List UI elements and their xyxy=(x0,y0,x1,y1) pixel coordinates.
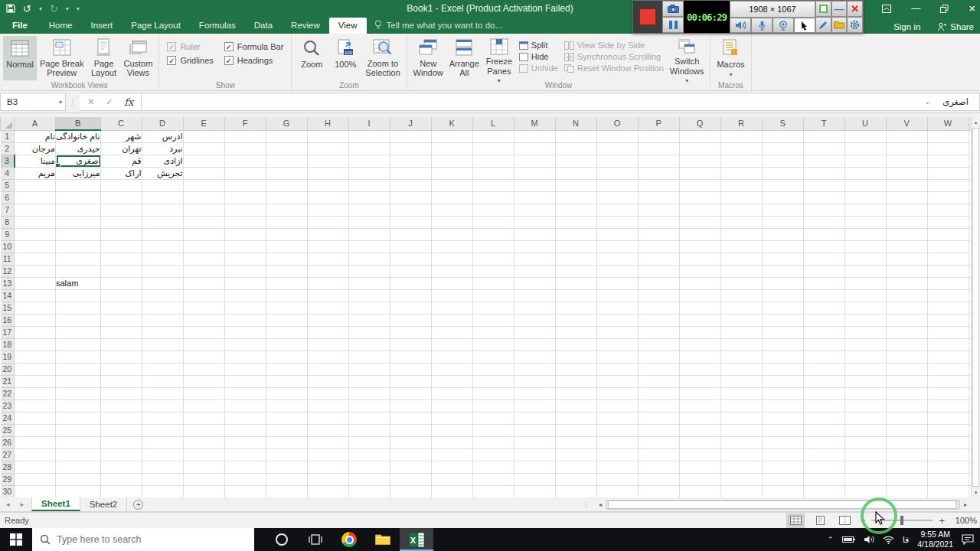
cell-T20[interactable] xyxy=(803,363,844,375)
cell-K8[interactable] xyxy=(431,216,472,228)
cell-N21[interactable] xyxy=(555,375,596,387)
cell-I15[interactable] xyxy=(348,302,390,314)
cell-N7[interactable] xyxy=(555,204,596,216)
cell-P3[interactable] xyxy=(638,155,679,167)
scroll-up-icon[interactable]: ▴ xyxy=(972,117,980,127)
cell-F22[interactable] xyxy=(224,387,266,399)
cell-I26[interactable] xyxy=(348,436,390,448)
cell-P20[interactable] xyxy=(638,363,679,375)
cell-V3[interactable] xyxy=(886,155,927,167)
cell-B11[interactable] xyxy=(56,253,101,265)
undo-icon[interactable]: ↺ xyxy=(23,3,31,15)
cell-T3[interactable] xyxy=(803,155,844,167)
cell-V2[interactable] xyxy=(886,142,927,155)
cell-G9[interactable] xyxy=(266,228,307,240)
save-icon[interactable] xyxy=(6,4,15,13)
cell-L26[interactable] xyxy=(472,436,514,448)
record-stop-button[interactable] xyxy=(633,1,662,33)
tab-home[interactable]: Home xyxy=(40,18,82,34)
cell-R12[interactable] xyxy=(720,265,762,277)
cell-C12[interactable] xyxy=(100,265,142,277)
cell-R22[interactable] xyxy=(720,387,762,399)
cell-K18[interactable] xyxy=(431,338,472,350)
cell-G16[interactable] xyxy=(266,314,307,326)
cell-B18[interactable] xyxy=(56,338,101,350)
row-header-4[interactable]: 4 xyxy=(1,167,15,179)
cell-B5[interactable] xyxy=(56,179,101,191)
cell-R18[interactable] xyxy=(720,338,762,350)
cell-V5[interactable] xyxy=(886,179,927,191)
cell-T9[interactable] xyxy=(803,228,844,240)
row-header-16[interactable]: 16 xyxy=(1,314,15,326)
cell-P15[interactable] xyxy=(638,302,679,314)
cell-E17[interactable] xyxy=(183,326,224,338)
cell-A25[interactable] xyxy=(15,424,56,436)
cell-R17[interactable] xyxy=(720,326,762,338)
cell-C20[interactable] xyxy=(100,363,142,375)
cell-W16[interactable] xyxy=(927,314,969,326)
cell-A2[interactable]: مرجان xyxy=(15,142,56,155)
cell-A23[interactable] xyxy=(15,399,56,412)
cell-F26[interactable] xyxy=(224,436,266,448)
cell-G21[interactable] xyxy=(266,375,307,387)
cell-C22[interactable] xyxy=(100,387,142,399)
cell-U11[interactable] xyxy=(844,253,886,265)
cell-U13[interactable] xyxy=(844,277,886,289)
cell-N1[interactable] xyxy=(555,130,596,142)
cell-O9[interactable] xyxy=(596,228,638,240)
cell-A11[interactable] xyxy=(15,253,56,265)
cell-H4[interactable] xyxy=(307,167,348,179)
cell-G26[interactable] xyxy=(266,436,307,448)
cell-M27[interactable] xyxy=(514,448,555,461)
cell-L24[interactable] xyxy=(472,412,514,424)
cell-W25[interactable] xyxy=(927,424,969,436)
cell-N12[interactable] xyxy=(555,265,596,277)
cell-R20[interactable] xyxy=(720,363,762,375)
cell-R3[interactable] xyxy=(720,155,762,167)
tab-page-layout[interactable]: Page Layout xyxy=(122,18,190,34)
cell-O3[interactable] xyxy=(596,155,638,167)
row-header-19[interactable]: 19 xyxy=(1,350,15,363)
row-header-25[interactable]: 25 xyxy=(1,424,15,436)
cell-E7[interactable] xyxy=(183,204,224,216)
cell-S10[interactable] xyxy=(762,240,803,253)
cell-W2[interactable] xyxy=(927,142,969,155)
cell-V30[interactable] xyxy=(886,485,927,497)
cell-G14[interactable] xyxy=(266,289,307,302)
cell-J2[interactable] xyxy=(390,142,431,155)
cell-E15[interactable] xyxy=(183,302,224,314)
switch-windows-button[interactable]: Switch Windows ▾ xyxy=(667,36,707,80)
cell-C19[interactable] xyxy=(100,350,142,363)
cell-D15[interactable] xyxy=(142,302,183,314)
gridlines-checkbox[interactable]: ✓Gridlines xyxy=(167,56,213,65)
cell-C30[interactable] xyxy=(100,485,142,497)
cell-F4[interactable] xyxy=(224,167,266,179)
cell-S23[interactable] xyxy=(762,399,803,412)
column-header-O[interactable]: O xyxy=(596,117,638,130)
cell-O23[interactable] xyxy=(596,399,638,412)
cell-C17[interactable] xyxy=(100,326,142,338)
cell-C27[interactable] xyxy=(100,448,142,461)
cell-V18[interactable] xyxy=(886,338,927,350)
cell-R14[interactable] xyxy=(720,289,762,302)
cell-M3[interactable] xyxy=(514,155,555,167)
cell-A14[interactable] xyxy=(15,289,56,302)
cell-F17[interactable] xyxy=(224,326,266,338)
wifi-icon[interactable] xyxy=(883,536,894,544)
cell-U23[interactable] xyxy=(844,399,886,412)
cell-Q10[interactable] xyxy=(679,240,720,253)
cell-J5[interactable] xyxy=(390,179,431,191)
cell-E25[interactable] xyxy=(183,424,224,436)
cell-C10[interactable] xyxy=(100,240,142,253)
cell-G27[interactable] xyxy=(266,448,307,461)
annotate-pen-button[interactable] xyxy=(815,17,831,33)
cell-J27[interactable] xyxy=(390,448,431,461)
cell-I27[interactable] xyxy=(348,448,390,461)
cell-L15[interactable] xyxy=(472,302,514,314)
cell-P11[interactable] xyxy=(638,253,679,265)
cell-A8[interactable] xyxy=(15,216,56,228)
cell-J10[interactable] xyxy=(390,240,431,253)
cell-E14[interactable] xyxy=(183,289,224,302)
cell-W5[interactable] xyxy=(927,179,969,191)
cell-Q12[interactable] xyxy=(679,265,720,277)
